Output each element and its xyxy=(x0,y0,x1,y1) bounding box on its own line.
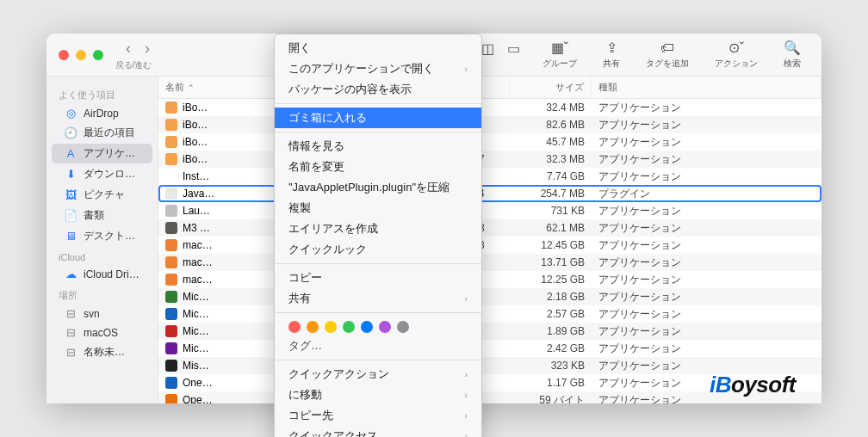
sidebar-item[interactable]: 🖼ピクチャ xyxy=(52,185,152,205)
app-icon xyxy=(165,291,177,303)
cm-copy-to[interactable]: コピー先› xyxy=(275,405,481,426)
cm-duplicate[interactable]: 複製 xyxy=(275,198,481,218)
file-kind: アプリケーション xyxy=(592,273,822,287)
file-size: 323 KB xyxy=(510,360,592,372)
table-row[interactable]: mac… 2024年10月9日 14:29 13.71 GB アプリケーション xyxy=(158,254,822,271)
sidebar-item-label: デスクト… xyxy=(84,229,135,243)
table-row[interactable]: iBo… 2023年9月14日 11:20 32.4 MB アプリケーション xyxy=(158,99,822,116)
sidebar-item[interactable]: ◎AirDrop xyxy=(52,104,152,122)
action-button[interactable]: ⊙ˇアクション xyxy=(706,39,766,71)
back-button[interactable]: ‹ xyxy=(121,38,136,59)
cm-quick-access[interactable]: クイックアクセス› xyxy=(275,426,481,437)
file-size: 254.7 MB xyxy=(510,188,592,200)
sidebar-item[interactable]: ⊟svn xyxy=(52,305,152,323)
file-name: Mic… xyxy=(183,325,209,337)
cm-rename[interactable]: 名前を変更 xyxy=(275,157,481,177)
sidebar-header-locations: 場所 xyxy=(46,284,158,304)
file-list: 名前⌃ 変更日 サイズ 種類 iBo… 2023年9月14日 11:20 32.… xyxy=(158,77,822,403)
app-icon xyxy=(165,102,177,114)
file-name: iBo… xyxy=(183,153,208,165)
chevron-right-icon: › xyxy=(464,390,468,400)
sidebar-item[interactable]: ⊟名称未… xyxy=(52,342,152,362)
search-button[interactable]: 🔍検索 xyxy=(775,39,809,71)
file-size: 2.42 GB xyxy=(510,342,592,354)
sidebar-item[interactable]: 🖥デスクト… xyxy=(52,226,152,246)
sidebar-item-label: 名称未… xyxy=(84,345,125,360)
view-icon-gallery[interactable]: ▭ xyxy=(501,40,525,58)
sidebar-item[interactable]: ☁iCloud Dri… xyxy=(52,265,152,283)
cm-quick-actions[interactable]: クイックアクション› xyxy=(275,364,481,385)
sidebar-item[interactable]: 📄書類 xyxy=(52,206,152,225)
table-row[interactable]: M3 … 2023年10月11日 11:33 62.1 MB アプリケーション xyxy=(158,219,822,237)
tag-color-dot[interactable] xyxy=(397,321,409,333)
cm-open-with[interactable]: このアプリケーションで開く› xyxy=(275,58,481,79)
cm-move-to[interactable]: に移動› xyxy=(275,385,481,405)
tag-color-dot[interactable] xyxy=(288,321,301,333)
minimize-button[interactable] xyxy=(76,50,86,60)
table-row[interactable]: Java… 2024年12月13日 13:04 254.7 MB プラグイン xyxy=(158,185,822,202)
cm-quicklook[interactable]: クイックルック xyxy=(275,239,481,260)
file-name: mac… xyxy=(183,274,213,286)
cm-show-package[interactable]: パッケージの内容を表示 xyxy=(275,79,481,100)
cm-open[interactable]: 開く xyxy=(275,38,481,58)
table-row[interactable]: iBo… 2024年7月3日 13:26 45.7 MB アプリケーション xyxy=(158,133,822,151)
close-button[interactable] xyxy=(59,50,69,60)
file-name: mac… xyxy=(183,256,213,268)
column-headers: 名前⌃ 変更日 サイズ 種類 xyxy=(158,77,822,99)
file-name: Ope… xyxy=(183,394,213,403)
group-button[interactable]: ▦ˇグループ xyxy=(534,39,586,71)
tag-button[interactable]: 🏷タグを追加 xyxy=(637,39,698,71)
file-kind: アプリケーション xyxy=(592,324,822,339)
chevron-right-icon: › xyxy=(464,293,468,304)
cm-make-alias[interactable]: エイリアスを作成 xyxy=(275,218,481,239)
cm-move-to-trash[interactable]: ゴミ箱に入れる xyxy=(275,108,481,128)
share-button[interactable]: ⇪共有 xyxy=(594,39,629,71)
app-icon xyxy=(165,136,177,148)
cm-get-info[interactable]: 情報を見る xyxy=(275,136,481,157)
file-kind: アプリケーション xyxy=(592,307,822,322)
forward-button[interactable]: › xyxy=(140,38,155,59)
cm-tags-label[interactable]: タグ… xyxy=(275,337,481,356)
sidebar-item[interactable]: ⬇ダウンロ… xyxy=(52,164,152,184)
column-header-kind[interactable]: 種類 xyxy=(592,77,822,98)
tag-color-dot[interactable] xyxy=(379,321,391,333)
file-kind: アプリケーション xyxy=(592,169,822,184)
tag-color-dot[interactable] xyxy=(361,321,373,333)
tag-color-dot[interactable] xyxy=(307,321,319,333)
file-size: 59 バイト xyxy=(510,393,592,404)
file-size: 2.18 GB xyxy=(510,291,592,303)
sidebar-item-icon: 🕘 xyxy=(64,126,78,139)
cm-compress[interactable]: "JavaAppletPlugin.plugin"を圧縮 xyxy=(275,177,481,198)
tag-color-dot[interactable] xyxy=(343,321,355,333)
chevron-right-icon: › xyxy=(464,64,468,74)
cm-copy[interactable]: コピー xyxy=(275,268,481,288)
table-row[interactable]: iBo… 2023年12月29日 9:27 82.6 MB アプリケーション xyxy=(158,116,822,133)
file-kind: アプリケーション xyxy=(592,152,822,167)
sort-indicator-icon: ⌃ xyxy=(188,83,195,92)
table-row[interactable]: Lau… 2024年7月17日 18:49 731 KB アプリケーション xyxy=(158,202,822,219)
table-row[interactable]: Mic… 2024年9月18日 9:06 2.42 GB アプリケーション xyxy=(158,340,822,357)
sidebar-header-icloud: iCloud xyxy=(46,247,158,264)
sidebar-item[interactable]: Aアプリケ… xyxy=(52,144,152,163)
maximize-button[interactable] xyxy=(93,50,103,60)
tag-color-dot[interactable] xyxy=(325,321,337,333)
cm-share[interactable]: 共有› xyxy=(275,288,481,309)
app-icon xyxy=(165,119,177,131)
app-icon xyxy=(165,205,177,217)
app-icon xyxy=(165,170,177,182)
table-row[interactable]: iBo… 2023年11月10日 13:17 32.3 MB アプリケーション xyxy=(158,151,822,168)
table-row[interactable]: Mic… 2024年10月8日 9:03 2.57 GB アプリケーション xyxy=(158,305,822,323)
file-size: 1.17 GB xyxy=(510,377,592,389)
table-row[interactable]: Mic… 2024年9月18日 9:06 1.89 GB アプリケーション xyxy=(158,323,822,340)
table-row[interactable]: mac… 2024年10月9日 16:44 12.25 GB アプリケーション xyxy=(158,271,822,288)
sidebar-item[interactable]: ⊟macOS xyxy=(52,323,152,342)
table-row[interactable]: Inst… 2021年1月6日 4:51 7.74 GB アプリケーション xyxy=(158,168,822,185)
file-kind: アプリケーション xyxy=(592,359,822,373)
sidebar-item[interactable]: 🕘最近の項目 xyxy=(52,123,152,143)
table-row[interactable]: Mic… 2024年9月18日 9:03 2.18 GB アプリケーション xyxy=(158,288,822,305)
file-size: 62.1 MB xyxy=(510,222,592,234)
app-icon xyxy=(165,377,177,389)
table-row[interactable]: mac… 2024年10月14日 16:33 12.45 GB アプリケーション xyxy=(158,237,822,254)
column-header-size[interactable]: サイズ xyxy=(510,77,592,98)
app-icon xyxy=(165,360,177,372)
